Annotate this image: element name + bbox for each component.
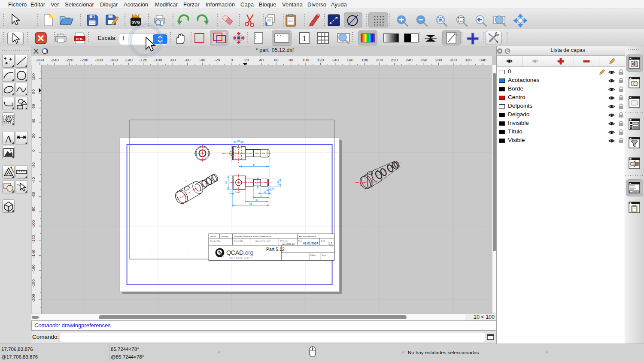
svg-text:-60: -60 bbox=[31, 192, 36, 198]
svg-text:20: 20 bbox=[244, 57, 249, 62]
svg-text:Filename: Filename bbox=[280, 240, 288, 242]
svg-text:18: 18 bbox=[225, 181, 228, 184]
svg-text:Approved by - date: Approved by - date bbox=[255, 240, 271, 242]
svg-text:0: 0 bbox=[31, 149, 36, 151]
svg-text:Title/Name, destination, mater: Title/Name, destination, material, dimen… bbox=[234, 235, 271, 238]
svg-text:120: 120 bbox=[317, 57, 324, 62]
svg-text:58: 58 bbox=[249, 202, 252, 205]
svg-text:A: A bbox=[5, 133, 12, 145]
svg-text:0: 0 bbox=[231, 57, 233, 62]
svg-text:240: 240 bbox=[406, 57, 413, 62]
svg-text:-240: -240 bbox=[51, 57, 59, 62]
svg-text:40: 40 bbox=[31, 119, 36, 124]
svg-text:C command: C command bbox=[631, 190, 640, 193]
svg-text:300: 300 bbox=[450, 57, 457, 62]
svg-text:220: 220 bbox=[391, 57, 398, 62]
svg-text:41: 41 bbox=[252, 164, 255, 166]
svg-text:40: 40 bbox=[259, 57, 264, 62]
svg-text:100: 100 bbox=[31, 73, 36, 80]
svg-text:-180: -180 bbox=[95, 57, 103, 62]
svg-text:QCAD.org: QCAD.org bbox=[226, 249, 253, 256]
svg-text:160: 160 bbox=[346, 57, 353, 62]
svg-text:21: 21 bbox=[260, 194, 263, 197]
svg-text:-20: -20 bbox=[214, 57, 220, 62]
svg-text:260: 260 bbox=[420, 57, 427, 62]
svg-text:280: 280 bbox=[435, 57, 442, 62]
svg-text:PDF: PDF bbox=[76, 37, 84, 41]
svg-text:Item ref: Item ref bbox=[210, 235, 216, 238]
svg-text:37: 37 bbox=[255, 199, 258, 201]
svg-text:ø8: ø8 bbox=[237, 139, 240, 142]
svg-text:60: 60 bbox=[274, 57, 279, 62]
svg-text:80: 80 bbox=[31, 89, 36, 94]
svg-text:-120: -120 bbox=[31, 235, 36, 243]
svg-text:20: 20 bbox=[31, 133, 36, 138]
svg-text:-40: -40 bbox=[199, 57, 205, 62]
svg-text:-200: -200 bbox=[31, 294, 36, 302]
svg-text:-100: -100 bbox=[31, 220, 36, 228]
svg-text:120: 120 bbox=[31, 65, 36, 66]
svg-text:-160: -160 bbox=[109, 57, 118, 62]
svg-text:Checked by: Checked by bbox=[234, 240, 243, 242]
svg-text:Date: Date bbox=[298, 240, 303, 242]
svg-text:Article No./Reference: Article No./Reference bbox=[299, 235, 316, 238]
svg-text:-80: -80 bbox=[31, 207, 36, 213]
svg-text:340: 340 bbox=[480, 57, 486, 62]
svg-text:01/01/2024: 01/01/2024 bbox=[303, 242, 318, 245]
svg-text:-220: -220 bbox=[65, 57, 73, 62]
svg-text:Designed by: Designed by bbox=[210, 240, 220, 242]
svg-text:Quantity: Quantity bbox=[221, 235, 228, 238]
svg-text:1x45°: 1x45° bbox=[269, 187, 275, 190]
svg-text:-160: -160 bbox=[31, 265, 36, 273]
svg-text:180: 180 bbox=[361, 57, 368, 62]
svg-text:60: 60 bbox=[31, 104, 36, 109]
svg-text:-20: -20 bbox=[31, 163, 36, 169]
svg-text:140: 140 bbox=[332, 57, 339, 62]
svg-text:Open Source CAD ™: Open Source CAD ™ bbox=[229, 256, 252, 259]
svg-text:1: 1 bbox=[302, 35, 306, 43]
svg-text:ø10: ø10 bbox=[277, 180, 279, 185]
svg-text:80: 80 bbox=[289, 57, 293, 62]
svg-text:Scale: Scale bbox=[321, 240, 326, 242]
svg-text:Edition: Edition bbox=[310, 254, 316, 256]
svg-text:-80: -80 bbox=[170, 57, 176, 62]
svg-text:1x45°: 1x45° bbox=[235, 191, 241, 193]
svg-text:-140: -140 bbox=[31, 250, 36, 258]
svg-text:320: 320 bbox=[465, 57, 471, 62]
svg-text:11: 11 bbox=[263, 190, 266, 193]
svg-text:1:1: 1:1 bbox=[328, 241, 333, 245]
svg-text:200: 200 bbox=[376, 57, 383, 62]
svg-text:100: 100 bbox=[302, 57, 309, 62]
svg-text:-180: -180 bbox=[31, 279, 36, 287]
svg-text:-200: -200 bbox=[80, 57, 88, 62]
svg-text:-40: -40 bbox=[31, 177, 36, 183]
svg-text:part_05.12.dxf: part_05.12.dxf bbox=[282, 243, 295, 245]
svg-text:-60: -60 bbox=[185, 57, 191, 62]
svg-text:Part 5.12: Part 5.12 bbox=[266, 247, 285, 252]
svg-text:Sheet: Sheet bbox=[322, 254, 327, 256]
svg-text:-260: -260 bbox=[36, 57, 44, 62]
